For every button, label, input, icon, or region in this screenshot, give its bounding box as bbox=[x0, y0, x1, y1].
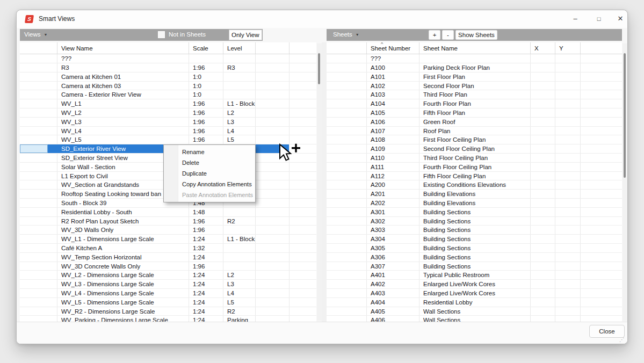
sheets-menu-button[interactable]: Sheets▼ bbox=[333, 31, 359, 38]
table-row[interactable]: Camera at Kitchen 011:0 bbox=[20, 72, 316, 82]
table-row[interactable]: A202Building Elevations bbox=[327, 199, 622, 208]
menu-item-duplicate[interactable]: Duplicate bbox=[164, 168, 255, 179]
table-row[interactable]: A303Building Sections bbox=[327, 226, 622, 235]
close-window-button[interactable]: ✕ bbox=[611, 10, 628, 27]
table-row[interactable]: A104Fourth Floor Plan bbox=[327, 99, 622, 108]
scrollbar-thumb[interactable] bbox=[318, 53, 320, 84]
cell-scale: 1:0 bbox=[189, 82, 223, 90]
table-row[interactable]: Camera - Exterior River View1:0 bbox=[20, 90, 316, 99]
table-row[interactable]: R2 Roof Plan Layout Sketch1:96R2 bbox=[20, 217, 316, 226]
table-row[interactable]: A105Fifth Floor Plan bbox=[327, 108, 622, 118]
table-row[interactable]: WV_L4 - Dimensions Large Scale1:24L4 bbox=[20, 289, 316, 298]
add-sheet-button[interactable]: + bbox=[429, 30, 440, 40]
column-header-level[interactable]: Level bbox=[223, 42, 256, 54]
table-row[interactable]: WV_L51:96L5 bbox=[20, 135, 316, 144]
views-menu-button[interactable]: Views▼ bbox=[24, 31, 47, 38]
cell-x bbox=[531, 108, 555, 117]
table-row[interactable]: WV_L31:96L3 bbox=[20, 118, 316, 127]
table-row[interactable]: A103Third Floor Plan bbox=[327, 90, 622, 99]
column-header-sheet-name[interactable]: Sheet Name bbox=[419, 42, 531, 54]
table-row[interactable]: WV_L5 - Dimensions Large Scale1:24L5 bbox=[20, 298, 316, 307]
table-row[interactable]: R31:96R3 bbox=[20, 63, 316, 72]
table-row[interactable]: WV_L41:96L4 bbox=[20, 127, 316, 136]
table-row[interactable]: WV_L21:96L2 bbox=[20, 108, 316, 118]
cell-scale: 1:0 bbox=[189, 72, 223, 81]
table-row[interactable]: WV_L3 - Dimensions Large Scale1:24L3 bbox=[20, 280, 316, 289]
sheets-scrollbar[interactable] bbox=[623, 43, 627, 321]
table-row[interactable]: A110Third Floor Ceiling Plan bbox=[327, 154, 622, 163]
row-header-column bbox=[327, 42, 367, 54]
table-row[interactable]: A107Roof Plan bbox=[327, 127, 622, 136]
table-row[interactable]: WV_3D Walls Only1:96 bbox=[20, 226, 316, 235]
table-row[interactable]: A306Building Sections bbox=[327, 253, 622, 262]
table-row[interactable]: A301Building Sections bbox=[327, 208, 622, 217]
table-row[interactable]: A109Second Floor Ceiling Plan bbox=[327, 144, 622, 154]
table-row[interactable]: A402Enlarged Live/Work Cores bbox=[327, 280, 622, 289]
table-row[interactable]: A403Enlarged Live/Work Cores bbox=[327, 289, 622, 298]
table-row[interactable]: A111Fourth Floor Ceiling Plan bbox=[327, 163, 622, 172]
table-row[interactable]: WV_Temp Section Horizontal1:24 bbox=[20, 253, 316, 262]
cell-y bbox=[555, 253, 581, 262]
cell-number: A301 bbox=[367, 208, 419, 216]
remove-sheet-button[interactable]: - bbox=[442, 30, 454, 40]
views-filter-input[interactable] bbox=[229, 30, 262, 40]
empty-cell bbox=[581, 72, 622, 81]
filter-row[interactable]: ??? bbox=[327, 54, 622, 63]
views-scrollbar[interactable] bbox=[317, 43, 322, 321]
table-row[interactable]: A101First Floor Plan bbox=[327, 72, 622, 82]
table-row[interactable]: A201Building Elevations bbox=[327, 190, 622, 199]
table-row[interactable]: A106Green Roof bbox=[327, 118, 622, 127]
table-row[interactable]: A100Parking Deck Floor Plan bbox=[327, 63, 622, 72]
empty-cell bbox=[290, 118, 316, 126]
empty-cell bbox=[290, 271, 316, 279]
filter-row[interactable]: ??? bbox=[20, 54, 316, 63]
table-row[interactable]: A304Building Sections bbox=[327, 235, 622, 244]
cell-number: A302 bbox=[367, 217, 419, 226]
table-row[interactable]: A406Wall Sections bbox=[327, 316, 622, 322]
table-row[interactable]: WV_3D Concrete Walls Only1:96 bbox=[20, 262, 316, 271]
table-row[interactable]: Residential Lobby - South1:48 bbox=[20, 208, 316, 217]
table-row[interactable]: Café Kitchen A1:32 bbox=[20, 244, 316, 253]
table-row[interactable]: WV_L11:96L1 - Block... bbox=[20, 99, 316, 108]
minimize-button[interactable]: – bbox=[566, 10, 585, 27]
cell-scale: 1:48 bbox=[189, 208, 223, 216]
not-in-sheets-checkbox[interactable] bbox=[158, 31, 165, 38]
table-row[interactable]: A112Fifth Floor Ceiling Plan bbox=[327, 172, 622, 181]
table-row[interactable]: A305Building Sections bbox=[327, 244, 622, 253]
show-sheets-button[interactable]: Show Sheets bbox=[455, 30, 497, 40]
scrollbar-thumb[interactable] bbox=[624, 53, 626, 178]
menu-item-copy-annotation-elements[interactable]: Copy Annotation Elements bbox=[164, 179, 255, 190]
column-header-y[interactable]: Y bbox=[555, 42, 581, 54]
column-header-x[interactable]: X bbox=[531, 42, 555, 54]
cell-y bbox=[555, 135, 581, 144]
table-row[interactable]: Camera at Kitchen 031:0 bbox=[20, 82, 316, 91]
table-row[interactable]: A307Building Sections bbox=[327, 262, 622, 271]
cell-level: L2 bbox=[223, 108, 256, 117]
table-row[interactable]: A401Typical Public Restroom bbox=[327, 271, 622, 280]
table-row[interactable]: A108First Floor Ceiling Plan bbox=[327, 135, 622, 144]
cell-x bbox=[531, 271, 555, 279]
table-row[interactable]: A404Residential Lobby bbox=[327, 298, 622, 307]
table-row[interactable]: A302Building Sections bbox=[327, 217, 622, 226]
column-header-scale[interactable]: Scale bbox=[189, 42, 223, 54]
row-header-column bbox=[20, 42, 57, 54]
table-row[interactable]: WV_Parking - Dimensions Large Scale1:24P… bbox=[20, 316, 316, 322]
menu-item-rename[interactable]: Rename bbox=[164, 147, 255, 157]
row-header-cell bbox=[327, 190, 367, 198]
table-row[interactable]: A200Existing Conditions Elevations bbox=[327, 180, 622, 190]
cell-scale: 1:24 bbox=[189, 235, 223, 243]
table-row[interactable]: WV_L2 - Dimensions Large Scale1:24L2 bbox=[20, 271, 316, 280]
row-header-cell bbox=[327, 118, 367, 126]
table-row[interactable]: WV_R2 - Dimensions Large Scale1:24R2 bbox=[20, 307, 316, 316]
maximize-button[interactable]: □ bbox=[589, 10, 609, 27]
menu-item-delete[interactable]: Delete bbox=[164, 157, 255, 168]
table-row[interactable]: WV_L1 - Dimensions Large Scale1:24L1 - B… bbox=[20, 235, 316, 244]
resize-grip[interactable]: ⋰ bbox=[619, 337, 626, 343]
row-header-cell bbox=[20, 190, 57, 198]
table-row[interactable]: A405Wall Sections bbox=[327, 307, 622, 316]
column-header-sheet-number[interactable]: ^Sheet Number bbox=[367, 42, 419, 54]
column-header-view-name[interactable]: View Name bbox=[57, 42, 189, 54]
cell-x bbox=[531, 316, 555, 322]
close-dialog-button[interactable]: Close bbox=[589, 325, 625, 338]
table-row[interactable]: A102Second Floor Plan bbox=[327, 82, 622, 91]
